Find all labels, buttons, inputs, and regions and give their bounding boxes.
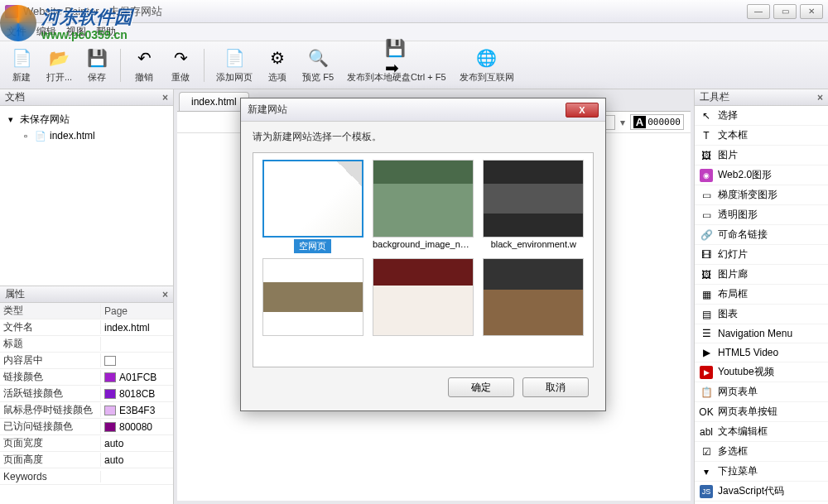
tool-可命名链接[interactable]: 🔗可命名链接: [695, 225, 828, 245]
close-button[interactable]: ✕: [800, 4, 823, 19]
menu-help[interactable]: 帮助: [96, 25, 116, 39]
file-icon: ▫: [20, 130, 31, 142]
tab-index[interactable]: index.html: [179, 92, 249, 111]
dialog-close-button[interactable]: X: [566, 103, 599, 118]
tool-label: 图片: [718, 148, 738, 162]
tool-文本编辑框[interactable]: abl文本编辑框: [695, 422, 828, 442]
tool-图片廊[interactable]: 🖼图片廊: [695, 265, 828, 285]
tool-网页表单按钮[interactable]: OK网页表单按钮: [695, 402, 828, 422]
tool-透明图形[interactable]: ▭透明图形: [695, 205, 828, 225]
tool-布局框[interactable]: ▦布局框: [695, 285, 828, 305]
toolbar-发布到互联网[interactable]: 🌐发布到互联网: [455, 45, 519, 85]
tool-幻灯片[interactable]: 🎞幻灯片: [695, 245, 828, 265]
template-item[interactable]: background_image_nature: [370, 160, 475, 253]
ok-button[interactable]: 确定: [448, 377, 514, 397]
tool-选择[interactable]: ↖选择: [695, 106, 828, 126]
tool-icon: 🖼: [700, 268, 713, 281]
dropdown-icon[interactable]: ▾: [620, 117, 625, 128]
properties-panel-close-icon[interactable]: ×: [162, 289, 168, 300]
tree-file[interactable]: ▫ 📄 index.html: [20, 128, 168, 143]
prop-value[interactable]: 8018CB: [101, 388, 173, 400]
tool-多选框[interactable]: ☑多选框: [695, 442, 828, 462]
maximize-button[interactable]: ▭: [773, 4, 797, 19]
template-thumbnail[interactable]: [373, 258, 474, 336]
prop-row[interactable]: 鼠标悬停时链接颜色E3B4F3: [0, 402, 173, 419]
prop-value[interactable]: A01FCB: [101, 372, 173, 383]
tool-图表[interactable]: ▤图表: [695, 305, 828, 324]
template-item[interactable]: [260, 258, 365, 338]
tool-icon: ▭: [700, 209, 713, 222]
toolbar-发布到本地硬盘Ctrl + F5[interactable]: 💾➡发布到本地硬盘Ctrl + F5: [342, 45, 450, 85]
toolbar-icon: 🌐: [475, 46, 498, 70]
menu-view[interactable]: 视图: [66, 25, 86, 39]
tool-label: Navigation Menu: [718, 328, 792, 339]
template-thumbnail[interactable]: [262, 160, 363, 238]
color-swatch[interactable]: [104, 422, 116, 432]
color-swatch[interactable]: [104, 389, 116, 399]
template-thumbnail[interactable]: [483, 160, 584, 238]
toolbar-打开...[interactable]: 📂打开...: [41, 45, 77, 85]
tree-file-label: index.html: [50, 130, 95, 142]
prop-value[interactable]: auto: [101, 438, 173, 449]
template-item[interactable]: [481, 258, 586, 338]
color-swatch[interactable]: [104, 406, 116, 415]
tree-expand-icon[interactable]: ▾: [5, 114, 17, 126]
tool-Web2.0图形[interactable]: ◉Web2.0图形: [695, 166, 828, 185]
template-item[interactable]: 空网页: [260, 160, 365, 253]
tool-Navigation Menu[interactable]: ☰Navigation Menu: [695, 324, 828, 343]
menu-edit[interactable]: 编辑: [36, 25, 56, 39]
prop-value[interactable]: 800080: [101, 421, 173, 433]
properties-panel-title: 属性: [5, 287, 25, 301]
prop-row[interactable]: 已访问链接颜色800080: [0, 419, 173, 435]
prop-value[interactable]: auto: [101, 454, 173, 466]
prop-key: 页面高度: [0, 453, 101, 467]
tool-JavaScript代码[interactable]: JSJavaScript代码: [695, 482, 828, 502]
prop-value[interactable]: index.html: [101, 322, 173, 334]
toolbox-close-icon[interactable]: ×: [817, 92, 823, 103]
toolbar-撤销[interactable]: ↶撤销: [128, 45, 161, 85]
template-thumbnail[interactable]: [262, 258, 363, 336]
minimize-button[interactable]: —: [747, 4, 770, 19]
color-swatch[interactable]: [104, 356, 116, 366]
toolbar-重做[interactable]: ↷重做: [164, 45, 197, 85]
color-swatch[interactable]: [104, 372, 116, 382]
tool-图片[interactable]: 🖼图片: [695, 146, 828, 166]
prop-row[interactable]: Keywords: [0, 468, 173, 485]
toolbar-添加网页[interactable]: 📄添加网页: [211, 45, 258, 85]
toolbar-保存[interactable]: 💾保存: [80, 45, 113, 85]
prop-row[interactable]: 活跃链接颜色8018CB: [0, 386, 173, 402]
template-item[interactable]: black_environment.w: [481, 160, 586, 253]
documents-panel-close-icon[interactable]: ×: [162, 92, 168, 103]
tool-文本框[interactable]: T文本框: [695, 126, 828, 146]
prop-row[interactable]: 链接颜色A01FCB: [0, 369, 173, 386]
tool-梯度渐变图形[interactable]: ▭梯度渐变图形: [695, 185, 828, 205]
tab-label: index.html: [191, 96, 237, 108]
template-item[interactable]: [370, 258, 475, 338]
template-list[interactable]: 空网页background_image_natureblack_environm…: [253, 152, 594, 367]
prop-key: 标题: [0, 337, 101, 351]
prop-row[interactable]: 页面高度auto: [0, 452, 173, 468]
prop-value[interactable]: E3B4F3: [101, 405, 173, 416]
tool-icon: ▤: [700, 308, 713, 321]
tool-网页表单[interactable]: 📋网页表单: [695, 382, 828, 402]
prop-row[interactable]: 页面宽度auto: [0, 435, 173, 452]
tool-HTML5 Video[interactable]: ▶HTML5 Video: [695, 343, 828, 362]
prop-row[interactable]: 内容居中: [0, 353, 173, 369]
prop-row[interactable]: 文件名index.html: [0, 319, 173, 336]
prop-value[interactable]: [101, 356, 173, 366]
template-thumbnail[interactable]: [483, 258, 584, 336]
prop-row[interactable]: 标题: [0, 336, 173, 353]
toolbar-label: 重做: [171, 71, 190, 84]
tool-下拉菜单[interactable]: ▾下拉菜单: [695, 462, 828, 482]
tree-root[interactable]: ▾ 未保存网站: [5, 111, 168, 128]
cancel-button[interactable]: 取消: [522, 377, 589, 397]
toolbar-label: 选项: [268, 71, 286, 84]
prop-key: 内容居中: [0, 353, 101, 367]
toolbar-预览 F5[interactable]: 🔍预览 F5: [297, 45, 339, 85]
toolbar-选项[interactable]: ⚙选项: [261, 45, 294, 85]
menu-file[interactable]: 文件: [7, 25, 26, 39]
toolbar-新建[interactable]: 📄新建: [5, 45, 38, 85]
tool-Youtube视频[interactable]: ▶Youtube视频: [695, 362, 828, 382]
text-color-picker[interactable]: A 000000: [630, 114, 684, 130]
template-thumbnail[interactable]: [373, 160, 474, 238]
